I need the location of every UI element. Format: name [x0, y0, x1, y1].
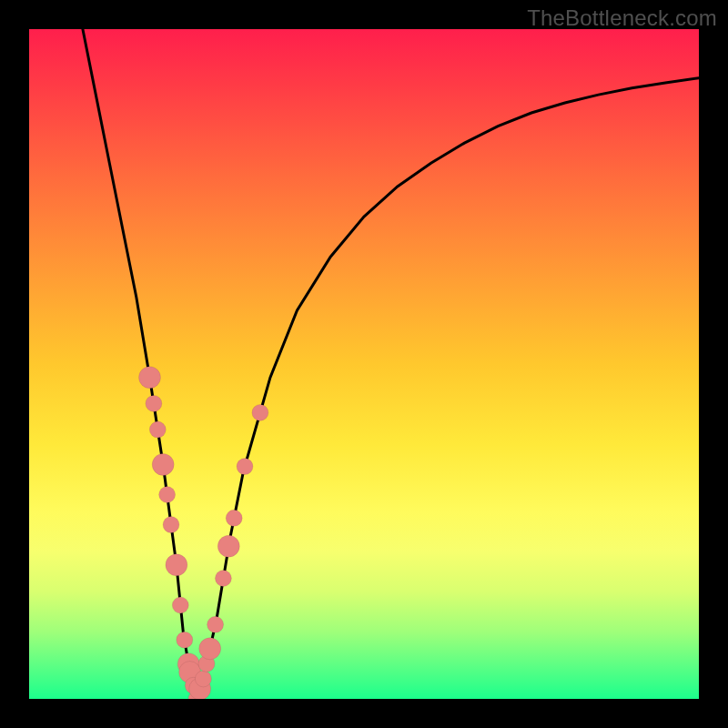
bead-cluster-left-dot — [163, 517, 179, 533]
bead-cluster-left-dot — [177, 632, 193, 648]
curve-svg — [29, 29, 699, 699]
bead-cluster-right-dot — [217, 535, 239, 557]
bead-cluster-right-dot — [226, 510, 242, 526]
bead-cluster-left-dot — [172, 597, 188, 613]
bead-cluster-right-dot — [237, 459, 253, 475]
bead-cluster-left-dot — [159, 487, 176, 503]
bead-cluster-right-dot — [207, 616, 224, 632]
bead-cluster-bottom-dot — [195, 671, 211, 687]
chart-frame: TheBottleneck.com — [0, 0, 728, 728]
watermark-text: TheBottleneck.com — [527, 5, 717, 31]
bead-cluster-left-dot — [149, 421, 166, 438]
bead-cluster-left-dot — [166, 554, 187, 576]
bead-outlier-dot — [252, 404, 268, 420]
bead-cluster-right-dot — [199, 638, 221, 660]
bead-layer — [139, 367, 268, 699]
bead-cluster-left-dot — [146, 395, 162, 411]
bead-cluster-left-dot — [152, 453, 174, 475]
plot-area — [29, 29, 699, 699]
bead-cluster-right-dot — [215, 571, 231, 587]
bottleneck-curve — [83, 29, 699, 699]
bead-cluster-left-dot — [139, 367, 161, 389]
